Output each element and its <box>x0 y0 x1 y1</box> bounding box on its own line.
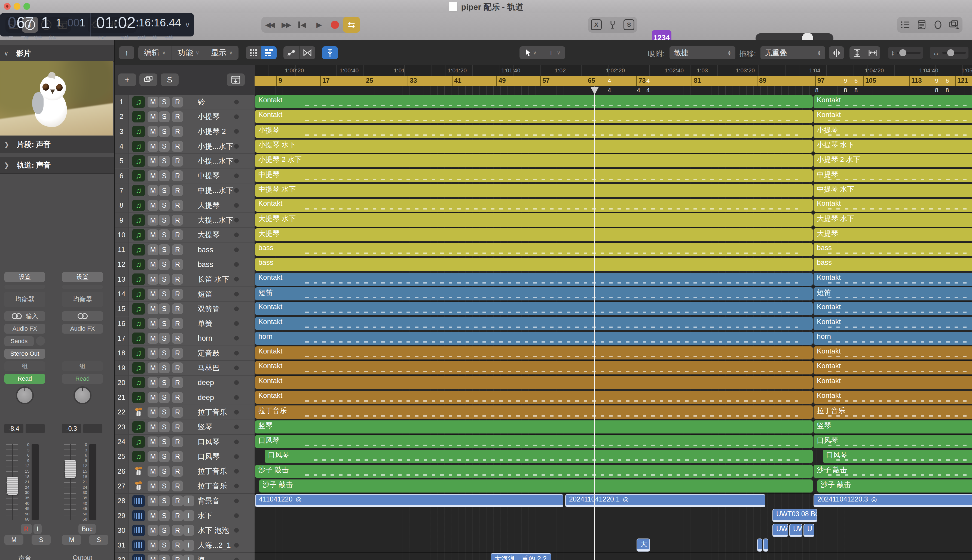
movie-preview[interactable] <box>0 61 113 135</box>
record-enable-button[interactable]: R <box>172 111 183 122</box>
midi-region[interactable]: bass <box>255 258 813 271</box>
menu-功能[interactable]: 功能∨ <box>172 46 205 60</box>
output-button[interactable]: Stereo Out <box>4 349 45 358</box>
arrange-area[interactable]: KontaktKontaktKontaktKontakt小提琴小提琴小提琴 水下… <box>255 95 972 560</box>
midi-region[interactable]: Kontakt <box>255 317 813 330</box>
midi-region[interactable]: 短笛 <box>255 287 813 300</box>
midi-region[interactable]: 小提琴 2 水下 <box>813 154 972 167</box>
mute-button[interactable]: M <box>147 495 159 507</box>
record-enable-button[interactable]: R <box>172 422 183 432</box>
track-header-21[interactable]: 21♫MSRdeep <box>114 390 255 405</box>
go-to-beginning-button[interactable]: ◀ <box>294 17 311 33</box>
track-on-indicator[interactable] <box>234 336 239 341</box>
track-on-indicator[interactable] <box>234 247 239 252</box>
horizontal-zoom-icon[interactable] <box>865 46 880 59</box>
global-tracks-button[interactable] <box>227 73 245 86</box>
track-name[interactable]: 口风琴 <box>198 437 220 447</box>
record-enable-button[interactable]: R <box>172 392 183 403</box>
track-header-31[interactable]: 31MSRI大海...2_1 <box>114 538 255 553</box>
pan-knob[interactable] <box>16 387 34 404</box>
input-button[interactable]: 输入 <box>4 311 45 321</box>
midi-region[interactable]: Kontakt <box>813 347 972 360</box>
track-header-18[interactable]: 18♫MSR定音鼓 <box>114 346 255 360</box>
midi-region[interactable]: bass <box>813 243 972 256</box>
horizontal-zoom-knob[interactable] <box>947 49 954 56</box>
record-enable-button[interactable]: R <box>172 289 183 300</box>
track-name[interactable]: 中提琴 <box>198 171 220 181</box>
input-monitor-button[interactable]: I <box>183 495 194 507</box>
track-header-5[interactable]: 5♫MSR小提...水下 <box>114 154 255 168</box>
record-enable-button[interactable]: R <box>172 510 183 521</box>
record-enable-button[interactable]: R <box>172 525 183 536</box>
mute-button[interactable]: M <box>147 259 159 270</box>
track-header-8[interactable]: 8♫MSR大提琴 <box>114 198 255 213</box>
midi-region[interactable]: 沙子 敲击 <box>817 480 972 493</box>
mute-button[interactable]: M <box>147 303 159 314</box>
track-name[interactable]: 大提...水下 <box>198 215 233 225</box>
track-name[interactable]: 小提...水下 <box>198 156 233 166</box>
solo-button[interactable]: S <box>159 362 170 373</box>
loop-browser-button[interactable] <box>930 17 946 33</box>
track-on-indicator[interactable] <box>234 395 239 400</box>
vertical-zoom-slider[interactable]: ↕ <box>888 47 923 59</box>
midi-region[interactable]: 小提琴 水下 <box>813 140 972 153</box>
tuner-button[interactable] <box>605 17 621 33</box>
send-knob[interactable] <box>36 336 45 346</box>
track-header-6[interactable]: 6♫MSR中提琴 <box>114 169 255 183</box>
fader-cap[interactable] <box>65 460 76 478</box>
cycle-button[interactable]: ⇆ <box>343 17 360 33</box>
drag-dropdown[interactable]: 无重叠▲▼ <box>760 46 825 59</box>
track-name[interactable]: 口风琴 <box>198 452 220 462</box>
track-section-header[interactable]: ❯ 轨道: 声音 <box>0 157 114 173</box>
midi-region[interactable]: 拉丁音乐 <box>255 405 813 418</box>
record-enable-button[interactable]: R <box>172 466 183 477</box>
track-name[interactable]: 中提...水下 <box>198 186 233 195</box>
track-on-indicator[interactable] <box>234 307 239 311</box>
track-on-indicator[interactable] <box>234 454 239 459</box>
audio-region[interactable]: UW <box>772 524 788 537</box>
peak-value[interactable] <box>84 424 102 433</box>
record-enable-button[interactable]: R <box>172 200 183 211</box>
record-enable-button[interactable]: R <box>172 274 183 285</box>
track-name[interactable]: 铃 <box>198 97 205 107</box>
audio-fx-slot[interactable]: Audio FX <box>62 324 103 333</box>
track-name[interactable]: 长笛 水下 <box>198 274 229 284</box>
record-enable-button[interactable]: R <box>172 495 183 507</box>
track-name[interactable]: 拉丁音乐 <box>198 407 227 417</box>
midi-region[interactable]: Kontakt <box>255 347 813 360</box>
audio-region[interactable] <box>757 538 762 552</box>
track-name[interactable]: 大海...2_1 <box>198 540 231 550</box>
playhead-marker[interactable] <box>591 87 599 95</box>
peak-value[interactable] <box>26 424 45 433</box>
solo-button[interactable]: S <box>159 170 170 181</box>
track-name[interactable]: 小提...水下 <box>198 142 233 151</box>
track-on-indicator[interactable] <box>234 558 239 560</box>
channel-setting-button[interactable]: 设置 <box>62 272 103 282</box>
timeline-ruler[interactable]: 1:00:201:00:401:011:01:201:01:401:021:02… <box>255 65 972 95</box>
automation-mode-button[interactable]: Read <box>4 374 45 384</box>
midi-region[interactable]: Kontakt <box>255 273 813 286</box>
record-enable-button[interactable]: R <box>172 185 183 196</box>
track-on-indicator[interactable] <box>234 203 239 208</box>
gain-slot[interactable] <box>62 285 103 289</box>
mute-button[interactable]: M <box>147 451 159 462</box>
track-name[interactable]: 大提琴 <box>198 230 220 240</box>
track-header-16[interactable]: 16♫MSR单簧 <box>114 317 255 331</box>
track-name[interactable]: horn <box>198 334 212 343</box>
snap-dropdown[interactable]: 敏捷▲▼ <box>670 46 735 59</box>
track-header-11[interactable]: 11♫MSRbass <box>114 242 255 257</box>
volume-fader[interactable]: 03691215182124303540455060 <box>4 444 45 520</box>
record-enable-button[interactable]: R <box>172 97 183 107</box>
gain-slot[interactable] <box>4 285 45 289</box>
mute-button[interactable]: M <box>147 348 159 358</box>
track-header-7[interactable]: 7♫MSR中提...水下 <box>114 183 255 198</box>
track-header-9[interactable]: 9♫MSR大提...水下 <box>114 213 255 227</box>
record-enable-button[interactable]: R <box>172 259 183 270</box>
input-button[interactable] <box>62 311 103 321</box>
audio-region[interactable]: UWT03 08 Bo <box>772 509 817 522</box>
midi-region[interactable]: bass <box>813 258 972 271</box>
record-enable-button[interactable]: R <box>21 524 32 534</box>
list-editors-button[interactable] <box>897 17 914 33</box>
mute-button[interactable]: M <box>147 407 159 418</box>
track-on-indicator[interactable] <box>234 425 239 429</box>
